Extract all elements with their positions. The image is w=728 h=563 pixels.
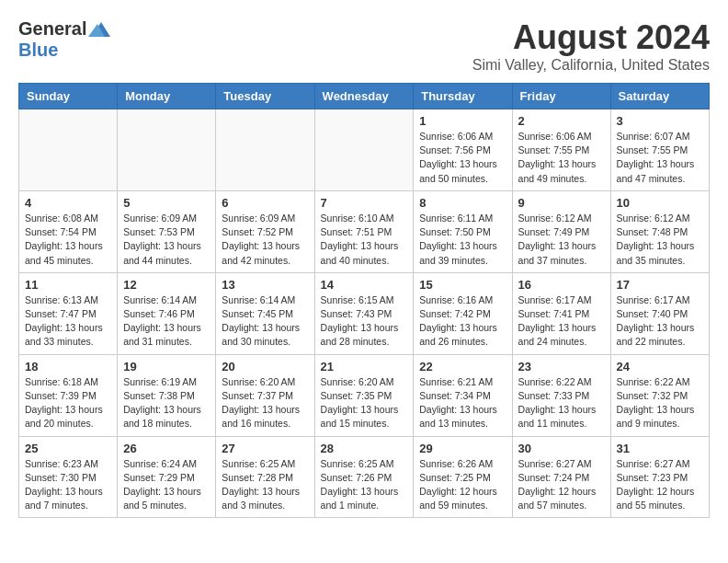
day-number: 13 [222, 278, 308, 292]
calendar-cell: 22Sunrise: 6:21 AM Sunset: 7:34 PM Dayli… [414, 354, 512, 436]
day-header-tuesday: Tuesday [216, 84, 314, 109]
calendar-cell: 20Sunrise: 6:20 AM Sunset: 7:37 PM Dayli… [216, 354, 314, 436]
day-info: Sunrise: 6:09 AM Sunset: 7:52 PM Dayligh… [222, 212, 308, 268]
day-info: Sunrise: 6:21 AM Sunset: 7:34 PM Dayligh… [419, 375, 506, 431]
calendar-cell: 3Sunrise: 6:07 AM Sunset: 7:55 PM Daylig… [610, 109, 709, 191]
day-info: Sunrise: 6:15 AM Sunset: 7:43 PM Dayligh… [321, 293, 408, 350]
calendar: SundayMondayTuesdayWednesdayThursdayFrid… [18, 83, 710, 518]
day-number: 24 [617, 360, 703, 373]
week-row-5: 25Sunrise: 6:23 AM Sunset: 7:30 PM Dayli… [19, 436, 710, 518]
calendar-cell: 2Sunrise: 6:06 AM Sunset: 7:55 PM Daylig… [512, 109, 610, 191]
week-row-3: 11Sunrise: 6:13 AM Sunset: 7:47 PM Dayli… [19, 272, 710, 354]
day-info: Sunrise: 6:09 AM Sunset: 7:53 PM Dayligh… [123, 212, 210, 268]
day-number: 23 [518, 360, 605, 373]
calendar-cell: 7Sunrise: 6:10 AM Sunset: 7:51 PM Daylig… [314, 190, 414, 272]
day-info: Sunrise: 6:22 AM Sunset: 7:32 PM Dayligh… [617, 375, 703, 431]
day-info: Sunrise: 6:18 AM Sunset: 7:39 PM Dayligh… [25, 375, 111, 431]
title-area: August 2024 Simi Valley, California, Uni… [472, 18, 710, 74]
calendar-cell: 27Sunrise: 6:25 AM Sunset: 7:28 PM Dayli… [216, 436, 314, 518]
day-number: 4 [25, 196, 111, 210]
day-info: Sunrise: 6:24 AM Sunset: 7:29 PM Dayligh… [123, 457, 210, 513]
day-info: Sunrise: 6:08 AM Sunset: 7:54 PM Dayligh… [25, 212, 111, 268]
calendar-cell: 24Sunrise: 6:22 AM Sunset: 7:32 PM Dayli… [610, 354, 709, 436]
day-info: Sunrise: 6:26 AM Sunset: 7:25 PM Dayligh… [419, 457, 506, 513]
logo-blue-text: Blue [18, 40, 58, 61]
day-info: Sunrise: 6:19 AM Sunset: 7:38 PM Dayligh… [123, 375, 210, 431]
calendar-cell: 21Sunrise: 6:20 AM Sunset: 7:35 PM Dayli… [314, 354, 414, 436]
day-info: Sunrise: 6:22 AM Sunset: 7:33 PM Dayligh… [518, 375, 605, 431]
day-info: Sunrise: 6:12 AM Sunset: 7:49 PM Dayligh… [518, 212, 605, 268]
calendar-cell: 29Sunrise: 6:26 AM Sunset: 7:25 PM Dayli… [414, 436, 512, 518]
day-header-monday: Monday [118, 84, 216, 109]
calendar-cell: 9Sunrise: 6:12 AM Sunset: 7:49 PM Daylig… [512, 190, 610, 272]
week-row-1: 1Sunrise: 6:06 AM Sunset: 7:56 PM Daylig… [19, 109, 710, 191]
calendar-cell: 6Sunrise: 6:09 AM Sunset: 7:52 PM Daylig… [216, 190, 314, 272]
calendar-cell: 5Sunrise: 6:09 AM Sunset: 7:53 PM Daylig… [118, 190, 216, 272]
logo-general-text: General [18, 18, 86, 40]
day-number: 27 [222, 442, 308, 455]
calendar-cell: 14Sunrise: 6:15 AM Sunset: 7:43 PM Dayli… [314, 272, 414, 354]
day-header-thursday: Thursday [414, 84, 512, 109]
day-number: 17 [617, 278, 703, 292]
day-info: Sunrise: 6:16 AM Sunset: 7:42 PM Dayligh… [419, 293, 506, 350]
calendar-cell: 1Sunrise: 6:06 AM Sunset: 7:56 PM Daylig… [414, 109, 512, 191]
day-number: 31 [617, 442, 703, 455]
calendar-cell: 12Sunrise: 6:14 AM Sunset: 7:46 PM Dayli… [118, 272, 216, 354]
day-number: 30 [518, 442, 605, 455]
calendar-cell: 8Sunrise: 6:11 AM Sunset: 7:50 PM Daylig… [414, 190, 512, 272]
day-number: 29 [419, 442, 506, 455]
day-number: 14 [321, 278, 408, 292]
calendar-cell [118, 109, 216, 191]
main-title: August 2024 [472, 18, 710, 57]
subtitle: Simi Valley, California, United States [472, 57, 710, 74]
day-number: 20 [222, 360, 308, 373]
calendar-cell [314, 109, 414, 191]
day-info: Sunrise: 6:06 AM Sunset: 7:56 PM Dayligh… [419, 130, 506, 186]
logo-icon [88, 20, 110, 39]
day-header-saturday: Saturday [610, 84, 709, 109]
day-info: Sunrise: 6:20 AM Sunset: 7:37 PM Dayligh… [222, 375, 308, 431]
calendar-cell: 4Sunrise: 6:08 AM Sunset: 7:54 PM Daylig… [19, 190, 118, 272]
day-number: 5 [123, 196, 210, 210]
calendar-cell: 26Sunrise: 6:24 AM Sunset: 7:29 PM Dayli… [118, 436, 216, 518]
day-number: 18 [25, 360, 111, 373]
calendar-cell: 15Sunrise: 6:16 AM Sunset: 7:42 PM Dayli… [414, 272, 512, 354]
calendar-cell: 11Sunrise: 6:13 AM Sunset: 7:47 PM Dayli… [19, 272, 118, 354]
day-number: 9 [518, 196, 605, 210]
day-info: Sunrise: 6:11 AM Sunset: 7:50 PM Dayligh… [419, 212, 506, 268]
day-number: 15 [419, 278, 506, 292]
day-header-wednesday: Wednesday [314, 84, 414, 109]
day-info: Sunrise: 6:17 AM Sunset: 7:41 PM Dayligh… [518, 293, 605, 350]
calendar-cell [19, 109, 118, 191]
calendar-cell: 17Sunrise: 6:17 AM Sunset: 7:40 PM Dayli… [610, 272, 709, 354]
calendar-cell: 10Sunrise: 6:12 AM Sunset: 7:48 PM Dayli… [610, 190, 709, 272]
day-header-sunday: Sunday [19, 84, 118, 109]
calendar-cell [216, 109, 314, 191]
calendar-cell: 23Sunrise: 6:22 AM Sunset: 7:33 PM Dayli… [512, 354, 610, 436]
day-info: Sunrise: 6:23 AM Sunset: 7:30 PM Dayligh… [25, 457, 111, 513]
day-info: Sunrise: 6:14 AM Sunset: 7:46 PM Dayligh… [123, 293, 210, 350]
day-number: 7 [321, 196, 408, 210]
calendar-cell: 18Sunrise: 6:18 AM Sunset: 7:39 PM Dayli… [19, 354, 118, 436]
header: General Blue August 2024 Simi Valley, Ca… [18, 18, 710, 74]
day-number: 25 [25, 442, 111, 455]
day-number: 28 [321, 442, 408, 455]
header-row: SundayMondayTuesdayWednesdayThursdayFrid… [19, 84, 710, 109]
day-info: Sunrise: 6:20 AM Sunset: 7:35 PM Dayligh… [321, 375, 408, 431]
day-info: Sunrise: 6:07 AM Sunset: 7:55 PM Dayligh… [617, 130, 703, 186]
calendar-cell: 28Sunrise: 6:25 AM Sunset: 7:26 PM Dayli… [314, 436, 414, 518]
day-info: Sunrise: 6:06 AM Sunset: 7:55 PM Dayligh… [518, 130, 605, 186]
calendar-cell: 31Sunrise: 6:27 AM Sunset: 7:23 PM Dayli… [610, 436, 709, 518]
day-info: Sunrise: 6:27 AM Sunset: 7:24 PM Dayligh… [518, 457, 605, 513]
day-number: 10 [617, 196, 703, 210]
day-header-friday: Friday [512, 84, 610, 109]
calendar-cell: 25Sunrise: 6:23 AM Sunset: 7:30 PM Dayli… [19, 436, 118, 518]
day-number: 3 [617, 114, 703, 128]
day-number: 12 [123, 278, 210, 292]
logo: General Blue [18, 18, 110, 61]
day-info: Sunrise: 6:27 AM Sunset: 7:23 PM Dayligh… [617, 457, 703, 513]
calendar-cell: 16Sunrise: 6:17 AM Sunset: 7:41 PM Dayli… [512, 272, 610, 354]
day-number: 1 [419, 114, 506, 128]
week-row-2: 4Sunrise: 6:08 AM Sunset: 7:54 PM Daylig… [19, 190, 710, 272]
day-number: 19 [123, 360, 210, 373]
